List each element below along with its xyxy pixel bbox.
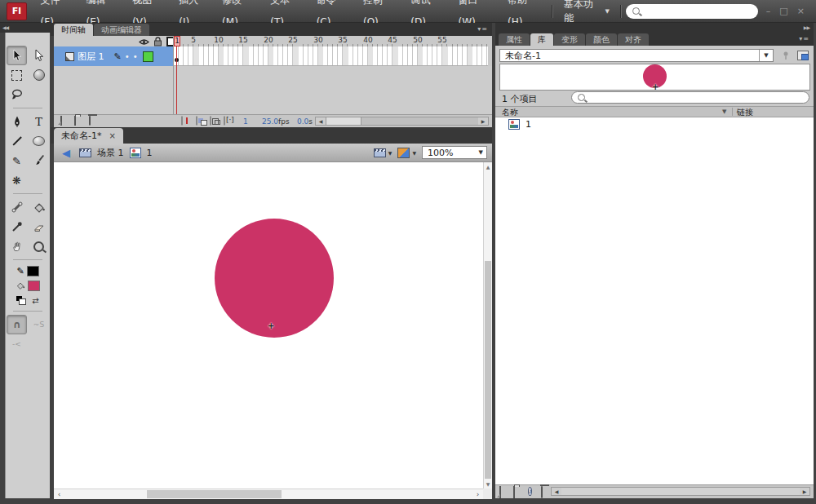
delete-layer-button[interactable] [89,117,91,125]
scroll-left-icon[interactable]: ‹ [54,489,64,499]
tools-panel-header[interactable]: ◀◀ [0,23,51,33]
tab-transform[interactable]: 变形 [554,33,585,46]
minimize-button[interactable]: – [766,6,771,16]
layer-name[interactable]: 图层 1 [78,51,104,63]
tab-align[interactable]: 对齐 [618,33,649,46]
pin-library-button[interactable] [781,51,791,63]
fill-color-swatch[interactable] [28,281,40,291]
elapsed-time-value[interactable]: 0.0s [297,117,313,126]
search-input[interactable] [645,5,766,17]
scroll-right-icon[interactable]: ▶ [800,488,809,495]
onion-skin-button[interactable] [196,116,197,126]
tab-library[interactable]: 库 [530,33,553,46]
text-tool[interactable]: T [29,112,49,131]
close-button[interactable]: × [797,6,805,16]
stroke-color-swatch[interactable] [27,266,39,276]
delete-item-button[interactable] [541,487,543,497]
new-folder-button[interactable] [513,487,515,497]
breadcrumb-scene[interactable]: 场景 1 [97,147,124,159]
stage-vscroll-thumb[interactable] [485,261,491,479]
eyedropper-tool[interactable] [7,217,27,237]
3d-rotation-tool[interactable] [29,65,49,85]
eraser-tool[interactable] [29,217,49,237]
edit-scene-button[interactable] [374,148,386,157]
eye-icon[interactable] [139,38,149,46]
lasso-tool[interactable] [7,85,27,104]
hand-tool[interactable] [7,237,27,256]
zoom-tool[interactable] [29,237,49,256]
new-library-panel-button[interactable] [797,51,809,60]
center-frame-button[interactable] [181,116,183,126]
scroll-up-icon[interactable]: ▲ [484,162,492,171]
library-item-list[interactable]: 1 [495,117,814,484]
brush-tool[interactable] [29,151,49,170]
tab-timeline[interactable]: 时间轴 [54,24,93,36]
stroke-color-control[interactable]: ✎ [16,263,38,278]
library-search-input[interactable] [589,92,803,103]
fill-color-control[interactable] [16,278,40,293]
timeline-ruler[interactable]: 5 10 15 20 25 30 35 40 45 50 55 [174,36,488,46]
onion-skin-outlines-button[interactable] [210,116,211,126]
scroll-left-icon[interactable]: ◀ [316,117,326,125]
current-frame-value[interactable]: 1 [243,117,248,126]
layer-visible-dot[interactable]: • [125,52,130,61]
tab-properties[interactable]: 属性 [499,33,530,46]
close-icon[interactable]: × [109,131,115,140]
edit-symbol-button[interactable] [397,148,410,158]
swap-colors-icon[interactable]: ⇄ [32,296,38,305]
stage-canvas[interactable]: + ▲ ▼ ‹ › [54,162,492,499]
library-scrollbar-track[interactable] [561,488,800,495]
sort-caret-icon[interactable]: ▼ [722,108,726,115]
deco-tool[interactable]: ❋ [7,170,27,190]
paint-bucket-tool[interactable] [29,197,49,217]
snap-to-objects-toggle[interactable]: ∩ [7,315,27,334]
stage-horizontal-scrollbar[interactable]: ‹ › [54,489,483,499]
new-folder-button[interactable] [74,117,76,125]
layer-row[interactable]: 图层 1 ✎ • • [54,46,174,66]
tab-motion-editor[interactable]: 动画编辑器 [94,24,149,36]
layer-frames-divider[interactable] [173,36,174,114]
timeline-scrollbar[interactable]: ◀ ▶ [315,117,489,126]
library-search[interactable] [571,91,809,104]
free-transform-tool[interactable] [7,65,27,85]
column-linkage[interactable]: 链接 [737,107,753,118]
breadcrumb-symbol[interactable]: 1 [147,148,153,158]
oval-tool[interactable] [29,131,49,151]
frame-rate-value[interactable]: 25.0fps [262,117,290,126]
library-scrollbar[interactable]: ◀ ▶ [551,487,810,496]
selection-tool[interactable] [7,46,27,65]
scroll-down-icon[interactable]: ▼ [484,480,492,489]
pen-tool[interactable] [7,112,27,131]
tab-color[interactable]: 颜色 [586,33,617,46]
pencil-tool[interactable]: ✎ [7,151,27,170]
stage-circle-shape[interactable] [215,219,334,338]
layer-lock-dot[interactable]: • [133,52,138,61]
library-document-select[interactable]: 未命名-1 ▼ [499,49,774,62]
zoom-level-select[interactable]: 100% ▼ [422,146,487,159]
timeline-scrollbar-track[interactable] [361,117,478,125]
collapse-panel-icon[interactable]: ▶▶ [804,24,809,30]
right-panel-header[interactable]: ▶▶ [495,23,814,33]
app-search[interactable] [626,4,758,19]
panel-menu-icon[interactable]: ▾≡ [477,25,488,33]
panel-menu-icon[interactable]: ▾≡ [799,35,809,42]
timeline-frames[interactable] [174,46,488,66]
maximize-button[interactable]: □ [779,6,787,16]
edit-multiple-frames-button[interactable] [224,116,225,126]
document-tab[interactable]: 未命名-1* × [54,128,123,144]
new-symbol-button[interactable] [499,487,501,497]
scroll-right-icon[interactable]: › [472,489,483,499]
stage-vertical-scrollbar[interactable]: ▲ ▼ [483,162,492,489]
collapse-panel-icon[interactable]: ◀◀ [2,24,8,30]
scroll-right-icon[interactable]: ▶ [478,117,488,125]
new-layer-button[interactable] [60,117,62,125]
smooth-option[interactable]: ~S [29,315,49,334]
stage-hscroll-thumb[interactable] [147,490,282,498]
workspace-switcher[interactable]: 基本功能 ▼ [557,0,616,25]
subselection-tool[interactable] [29,46,49,65]
library-item-row[interactable]: 1 [495,117,814,130]
line-tool[interactable] [7,131,27,151]
chevron-down-icon[interactable]: ▼ [759,50,773,61]
layer-outline-color-swatch[interactable] [143,51,153,62]
black-white-colors-icon[interactable] [16,296,26,305]
